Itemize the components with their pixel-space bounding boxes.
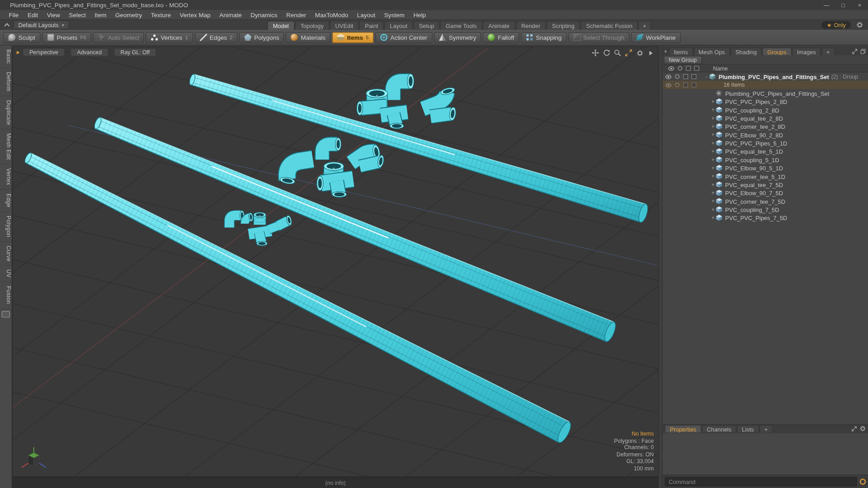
lock-toggle[interactable] bbox=[691, 82, 696, 87]
layout-tab[interactable]: Scripting bbox=[547, 21, 580, 30]
add-layout-tab-button[interactable]: + bbox=[638, 21, 651, 30]
tree-item[interactable]: Plumbing_PVC_Pipes_and_Fittings_Set bbox=[663, 89, 868, 97]
menu-item[interactable]: Dynamics bbox=[246, 11, 282, 18]
name-column-header[interactable]: Name bbox=[713, 65, 728, 71]
visibility-column-icon[interactable] bbox=[668, 66, 674, 70]
left-rail-tab[interactable]: Polygon bbox=[0, 212, 12, 242]
viewport-mode-tab[interactable]: Advanced bbox=[71, 48, 108, 56]
layout-tab[interactable]: Layout bbox=[384, 21, 413, 30]
expand-item-icon[interactable]: + bbox=[710, 206, 716, 212]
layout-tab[interactable]: Schematic Fusion bbox=[580, 21, 638, 30]
only-toggle[interactable]: ★ Only bbox=[822, 21, 851, 29]
panel-options-gear-icon[interactable] bbox=[860, 426, 866, 433]
layout-tab[interactable]: Model bbox=[267, 21, 294, 30]
left-rail-tab[interactable]: Edge bbox=[0, 190, 12, 212]
tree-item[interactable]: + PVC_coupling_2_8D bbox=[663, 106, 868, 114]
left-rail-tab[interactable]: Curve bbox=[0, 242, 12, 266]
layout-tab[interactable]: Topology bbox=[295, 21, 329, 30]
select-toggle[interactable] bbox=[683, 82, 688, 87]
render-toggle-icon[interactable] bbox=[675, 82, 680, 87]
menu-item[interactable]: Help bbox=[409, 11, 430, 18]
toolbar-button[interactable]: Auto Select bbox=[93, 32, 144, 42]
close-button[interactable]: × bbox=[851, 0, 868, 10]
rail-palette-icon[interactable] bbox=[2, 311, 10, 318]
tree-item[interactable]: + PVC_coupling_5_1D bbox=[663, 155, 868, 164]
viewport-more-icon[interactable] bbox=[646, 49, 655, 57]
pan-icon[interactable] bbox=[591, 49, 599, 57]
axis-gizmo[interactable] bbox=[20, 446, 48, 470]
layouts-popup-icon[interactable] bbox=[0, 20, 13, 30]
menu-item[interactable]: Item bbox=[90, 11, 111, 18]
layout-tab[interactable]: Game Tools bbox=[440, 21, 482, 30]
expand-item-icon[interactable]: + bbox=[710, 173, 716, 179]
expand-item-icon[interactable]: + bbox=[710, 198, 716, 204]
toolbar-button[interactable]: Sculpt bbox=[3, 32, 40, 42]
bottom-panel-tab[interactable]: + bbox=[760, 425, 773, 432]
left-rail-tab[interactable]: Basic bbox=[0, 45, 12, 68]
panel-tab-scroll-icon[interactable] bbox=[665, 50, 667, 53]
viewport-settings-gear-icon[interactable] bbox=[636, 49, 644, 57]
viewport-mode-tab[interactable]: Perspective bbox=[23, 48, 65, 56]
expand-viewport-icon[interactable] bbox=[624, 49, 632, 57]
layout-tab[interactable]: Setup bbox=[413, 21, 439, 30]
toolbar-button[interactable]: Edges 2 bbox=[195, 32, 238, 42]
menu-item[interactable]: Layout bbox=[353, 11, 380, 18]
command-input[interactable] bbox=[665, 477, 857, 487]
expand-item-icon[interactable]: + bbox=[710, 182, 716, 188]
menu-item[interactable]: Render bbox=[282, 11, 311, 18]
expand-item-icon[interactable]: + bbox=[710, 165, 716, 171]
expand-panel-icon[interactable] bbox=[852, 49, 858, 56]
tree-item[interactable]: + PVC_equal_tee_2_8D bbox=[663, 114, 868, 122]
menu-item[interactable]: View bbox=[42, 11, 65, 18]
toolbar-button[interactable]: Materials bbox=[286, 32, 330, 42]
toolbar-button[interactable]: Items 5 bbox=[332, 32, 374, 42]
render-column-icon[interactable] bbox=[678, 66, 683, 71]
menu-item[interactable]: File bbox=[5, 11, 23, 18]
tree-item[interactable]: + PVC_corner_tee_2_8D bbox=[663, 122, 868, 131]
group-row[interactable]: - Plumbing_PVC_Pipes_and_Fittings_Set (2… bbox=[663, 72, 868, 80]
menu-item[interactable]: Edit bbox=[23, 11, 42, 18]
expand-item-icon[interactable]: + bbox=[710, 140, 716, 146]
toolbar-button[interactable]: Vertices 1 bbox=[146, 32, 193, 42]
scene-canvas[interactable] bbox=[13, 47, 658, 476]
select-column-icon[interactable] bbox=[686, 66, 691, 71]
expand-item-icon[interactable]: + bbox=[710, 148, 716, 154]
toolbar-button[interactable]: Select Through bbox=[568, 32, 629, 42]
menu-item[interactable]: MaxToModo bbox=[311, 11, 353, 18]
layout-tab[interactable]: UVEdit bbox=[330, 21, 359, 30]
tree-item[interactable]: + PVC_Elbow_90_5_1D bbox=[663, 164, 868, 172]
panel-tab[interactable]: Shading bbox=[731, 47, 762, 55]
tree-item[interactable]: + PVC_PVC_Pipes_5_1D bbox=[663, 139, 868, 147]
expand-item-icon[interactable]: + bbox=[710, 115, 716, 121]
left-rail-tab[interactable]: UV bbox=[0, 266, 12, 282]
tree-item[interactable]: + PVC_Elbow_90_2_8D bbox=[663, 131, 868, 139]
expand-item-icon[interactable]: + bbox=[710, 99, 716, 104]
expand-item-icon[interactable]: + bbox=[710, 190, 716, 196]
new-group-button[interactable]: New Group bbox=[664, 56, 702, 64]
expand-item-icon[interactable]: + bbox=[710, 131, 716, 137]
toolbar-button[interactable]: Symmetry bbox=[434, 32, 481, 42]
left-rail-tab[interactable]: Deform bbox=[0, 68, 12, 96]
panel-tab[interactable]: Images bbox=[792, 47, 821, 55]
layout-tab[interactable]: Animate bbox=[483, 21, 515, 30]
tree-item[interactable]: + PVC_corner_tee_5_1D bbox=[663, 172, 868, 180]
layout-tab[interactable]: Render bbox=[516, 21, 546, 30]
menu-item[interactable]: Select bbox=[64, 11, 90, 18]
expand-item-icon[interactable]: + bbox=[710, 123, 716, 129]
tree-item[interactable]: + PVC_PVC_Pipes_2_8D bbox=[663, 98, 868, 106]
viewport-3d[interactable]: PerspectiveAdvancedRay GL: Off bbox=[12, 47, 659, 477]
render-toggle-icon[interactable] bbox=[675, 74, 680, 79]
menu-item[interactable]: Texture bbox=[146, 11, 175, 18]
left-rail-tab[interactable]: Mesh Edit bbox=[0, 129, 12, 164]
menu-item[interactable]: Vertex Map bbox=[175, 11, 215, 18]
maximize-button[interactable]: □ bbox=[835, 0, 852, 10]
toolbar-button[interactable]: Action Center bbox=[375, 32, 432, 42]
toolbar-button[interactable]: Snapping bbox=[521, 32, 566, 42]
group-count-row[interactable]: 16 Items bbox=[663, 81, 868, 89]
tree-item[interactable]: + PVC_equal_tee_7_5D bbox=[663, 180, 868, 188]
bottom-panel-tab[interactable]: Properties bbox=[665, 425, 702, 432]
eye-icon[interactable] bbox=[665, 83, 671, 87]
tree-item[interactable]: + PVC_corner_tee_7_5D bbox=[663, 197, 868, 205]
split-panel-icon[interactable] bbox=[860, 49, 866, 56]
select-toggle[interactable] bbox=[683, 74, 688, 79]
